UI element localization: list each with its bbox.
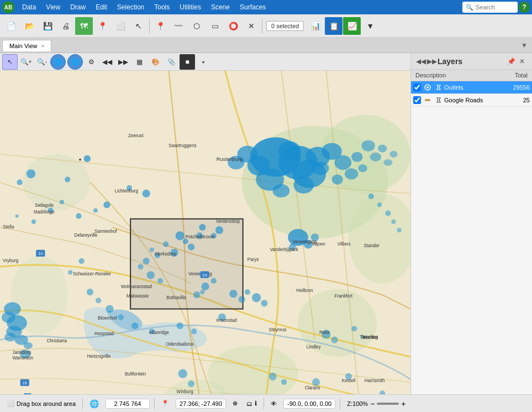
status-zoom-plus[interactable]: + (401, 399, 405, 408)
search-icon: 🔍 (466, 4, 473, 11)
svg-text:Madiibogo: Madiibogo (34, 210, 55, 215)
map-tool-grid[interactable]: ▦ (131, 54, 147, 70)
layer-outlets-total: 29556 (505, 84, 530, 91)
layer-row-outlets[interactable]: Outlets 29556 (411, 81, 532, 94)
toolbar-point[interactable]: 📍 (151, 17, 169, 35)
svg-point-87 (368, 194, 374, 199)
svg-point-209 (426, 86, 429, 88)
map-tool-zoom-in[interactable]: 🔍+ (18, 54, 34, 70)
svg-text:Steynrus: Steynrus (269, 327, 287, 332)
map-canvas[interactable]: Rustenburg Swartruggens Zeerust Lichtenb… (0, 71, 410, 394)
tab-arrow[interactable]: ▼ (519, 39, 530, 51)
toolbar-map2[interactable]: 📍 (93, 17, 111, 35)
map-tool-settings[interactable]: ⚙ (83, 54, 99, 70)
svg-point-19 (293, 176, 314, 194)
layers-pin-btn[interactable]: 📌 (505, 56, 517, 67)
main-toolbar: 📄 📂 💾 🖨 🗺 📍 ⬜ ↖ 📍 〰 ⬡ ▭ ⭕ ✕ 0 selected 📊… (0, 14, 532, 38)
svg-text:Frankfort: Frankfort (335, 294, 353, 299)
toolbar-line[interactable]: 〰 (170, 17, 187, 35)
map-tool-arrow[interactable]: ↖ (2, 54, 18, 70)
toolbar-export2[interactable]: 📋 (325, 17, 343, 35)
toolbar-poly[interactable]: ⬡ (188, 17, 206, 35)
toolbar-rect[interactable]: ▭ (206, 17, 224, 35)
svg-text:Viljoen: Viljoen (312, 242, 325, 247)
svg-point-51 (176, 231, 185, 240)
svg-point-118 (351, 326, 357, 331)
svg-text:Villiers: Villiers (338, 242, 351, 247)
status-eye-value: -90.0, 0.00, 0.00 (283, 399, 335, 409)
layer-outlets-checkbox[interactable] (413, 84, 421, 91)
svg-point-106 (131, 322, 138, 329)
toolbar-green[interactable]: 🗺 (75, 17, 93, 35)
svg-point-39 (143, 190, 150, 197)
svg-point-58 (138, 264, 143, 269)
toolbar-print[interactable]: 🖨 (57, 17, 75, 35)
toolbar-open[interactable]: 📂 (20, 17, 38, 35)
svg-point-128 (269, 373, 277, 380)
toolbar-save[interactable]: 💾 (39, 17, 56, 35)
toolbar-x[interactable]: ✕ (243, 17, 260, 35)
layers-col-description: Description (413, 71, 505, 80)
layer-google-roads-type-icon (434, 96, 443, 105)
svg-point-48 (215, 226, 223, 234)
svg-point-117 (331, 337, 338, 343)
map-tool-zoom-out[interactable]: 🔍- (34, 54, 50, 70)
svg-point-22 (351, 152, 362, 162)
layer-row-google-roads[interactable]: Google Roads 25 (411, 94, 532, 107)
svg-point-43 (15, 215, 18, 218)
svg-point-34 (27, 169, 35, 178)
map-tool-globe2[interactable]: 🌐 (67, 54, 83, 70)
menu-surfaces[interactable]: Surfaces (235, 2, 270, 12)
toolbar-dropdown[interactable]: ▼ (361, 17, 379, 35)
tab-main-view[interactable]: Main View × (2, 40, 51, 51)
layer-google-roads-checkbox[interactable] (413, 96, 421, 104)
toolbar-select[interactable]: ⬜ (112, 17, 129, 35)
svg-text:Warden: Warden (362, 335, 378, 340)
layers-collapse-left[interactable]: ◀◀ (415, 56, 426, 67)
svg-point-102 (87, 289, 93, 295)
svg-point-30 (389, 151, 397, 158)
map-tool-bookmark[interactable]: 📎 (164, 54, 179, 70)
layers-collapse-right[interactable]: ▶▶ (426, 56, 438, 67)
menu-data[interactable]: Data (18, 2, 40, 12)
layers-close-btn[interactable]: ✕ (517, 56, 528, 67)
toolbar-export1[interactable]: 📊 (307, 17, 324, 35)
svg-point-36 (65, 176, 70, 182)
layer-outlets-type-icon (434, 83, 443, 92)
menu-scene[interactable]: Scene (207, 2, 234, 12)
map-tool-back[interactable]: ◀◀ (99, 54, 115, 70)
toolbar-cursor[interactable]: ↖ (130, 17, 148, 35)
search-input[interactable] (476, 4, 514, 11)
map-tool-globe1[interactable]: 🌐 (50, 54, 66, 70)
status-zoom-minus[interactable]: − (370, 399, 375, 408)
map-tool-forward[interactable]: ▶▶ (115, 54, 131, 70)
svg-point-90 (391, 220, 396, 224)
toolbar-circle[interactable]: ⭕ (224, 17, 242, 35)
help-button[interactable]: ? (519, 2, 530, 13)
status-eye-icon: 👁 (271, 400, 277, 407)
tab-close-btn[interactable]: × (41, 43, 45, 49)
menu-utilities[interactable]: Utilities (175, 2, 206, 12)
svg-point-109 (191, 328, 197, 334)
map-tool-color[interactable]: 🎨 (148, 54, 163, 70)
status-globe-icon-area: 🌐 (87, 399, 101, 408)
svg-text:Delareyville: Delareyville (74, 233, 97, 238)
menu-edit[interactable]: Edit (91, 2, 112, 12)
svg-point-14 (278, 141, 301, 161)
svg-point-98 (24, 342, 33, 349)
menu-draw[interactable]: Draw (66, 2, 90, 12)
toolbar-export3[interactable]: 📈 (343, 17, 361, 35)
map-tool-more[interactable]: ▪ (196, 54, 211, 70)
svg-point-44 (76, 213, 81, 219)
svg-text:Kroonstad: Kroonstad (217, 318, 237, 323)
menu-view[interactable]: View (41, 2, 65, 12)
layers-panel-header: ◀◀ ▶▶ Layers 📌 ✕ (411, 53, 532, 70)
menu-selection[interactable]: Selection (113, 2, 149, 12)
map-tool-black[interactable]: ■ (180, 54, 195, 70)
layer-google-roads-name: Google Roads (444, 97, 505, 103)
toolbar-new[interactable]: 📄 (2, 17, 20, 35)
svg-text:Vryburg: Vryburg (3, 258, 18, 263)
menu-tools[interactable]: Tools (150, 2, 174, 12)
svg-text:Ventersdorp: Ventersdorp (216, 219, 240, 224)
tab-main-view-label: Main View (9, 43, 38, 49)
